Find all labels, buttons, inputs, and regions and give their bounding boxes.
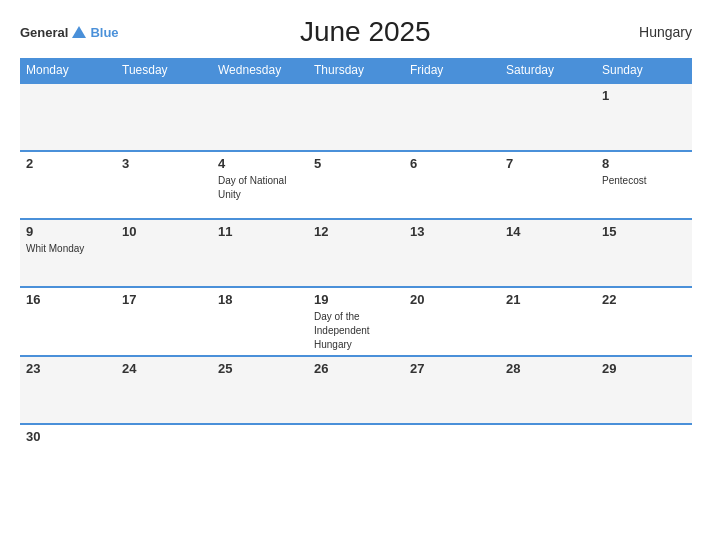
calendar-cell xyxy=(116,424,212,492)
day-number: 20 xyxy=(410,292,494,307)
weekday-saturday: Saturday xyxy=(500,58,596,83)
day-number: 27 xyxy=(410,361,494,376)
calendar-row: 30 xyxy=(20,424,692,492)
calendar-cell: 10 xyxy=(116,219,212,287)
calendar-cell: 7 xyxy=(500,151,596,219)
weekday-sunday: Sunday xyxy=(596,58,692,83)
day-number: 15 xyxy=(602,224,686,239)
calendar-cell: 12 xyxy=(308,219,404,287)
calendar-cell: 9Whit Monday xyxy=(20,219,116,287)
day-number: 13 xyxy=(410,224,494,239)
calendar-cell xyxy=(308,83,404,151)
day-number: 16 xyxy=(26,292,110,307)
logo-triangle-icon xyxy=(72,26,86,38)
weekday-tuesday: Tuesday xyxy=(116,58,212,83)
calendar-row: 9Whit Monday101112131415 xyxy=(20,219,692,287)
day-number: 21 xyxy=(506,292,590,307)
day-number: 23 xyxy=(26,361,110,376)
weekday-wednesday: Wednesday xyxy=(212,58,308,83)
calendar-cell xyxy=(500,83,596,151)
day-event: Day of National Unity xyxy=(218,175,286,200)
calendar-cell: 14 xyxy=(500,219,596,287)
calendar-cell: 18 xyxy=(212,287,308,356)
calendar-cell xyxy=(404,424,500,492)
day-number: 28 xyxy=(506,361,590,376)
day-number: 19 xyxy=(314,292,398,307)
calendar-cell: 5 xyxy=(308,151,404,219)
logo-blue-text: Blue xyxy=(90,25,118,40)
day-number: 22 xyxy=(602,292,686,307)
day-number: 18 xyxy=(218,292,302,307)
day-number: 8 xyxy=(602,156,686,171)
day-number: 14 xyxy=(506,224,590,239)
day-event: Pentecost xyxy=(602,175,646,186)
day-number: 10 xyxy=(122,224,206,239)
calendar-cell: 23 xyxy=(20,356,116,424)
calendar-cell: 24 xyxy=(116,356,212,424)
calendar-cell: 3 xyxy=(116,151,212,219)
day-number: 12 xyxy=(314,224,398,239)
calendar-body: 1234Day of National Unity5678Pentecost9W… xyxy=(20,83,692,492)
logo-general-text: General xyxy=(20,25,68,40)
day-number: 17 xyxy=(122,292,206,307)
calendar-row: 23242526272829 xyxy=(20,356,692,424)
calendar-cell xyxy=(212,83,308,151)
calendar-cell xyxy=(116,83,212,151)
calendar-table: Monday Tuesday Wednesday Thursday Friday… xyxy=(20,58,692,492)
day-number: 5 xyxy=(314,156,398,171)
calendar-row: 16171819Day of the Independent Hungary20… xyxy=(20,287,692,356)
calendar-cell: 26 xyxy=(308,356,404,424)
calendar-cell xyxy=(308,424,404,492)
calendar-cell xyxy=(20,83,116,151)
day-number: 29 xyxy=(602,361,686,376)
calendar-cell: 17 xyxy=(116,287,212,356)
calendar-cell: 16 xyxy=(20,287,116,356)
calendar-cell: 25 xyxy=(212,356,308,424)
weekday-friday: Friday xyxy=(404,58,500,83)
day-number: 9 xyxy=(26,224,110,239)
day-number: 6 xyxy=(410,156,494,171)
weekday-monday: Monday xyxy=(20,58,116,83)
weekday-header-row: Monday Tuesday Wednesday Thursday Friday… xyxy=(20,58,692,83)
calendar-cell: 21 xyxy=(500,287,596,356)
day-event: Whit Monday xyxy=(26,243,84,254)
calendar-row: 234Day of National Unity5678Pentecost xyxy=(20,151,692,219)
day-number: 24 xyxy=(122,361,206,376)
calendar-cell xyxy=(212,424,308,492)
weekday-thursday: Thursday xyxy=(308,58,404,83)
page: General Blue June 2025 Hungary Monday Tu… xyxy=(0,0,712,550)
calendar-cell: 15 xyxy=(596,219,692,287)
calendar-cell xyxy=(404,83,500,151)
country-label: Hungary xyxy=(612,24,692,40)
day-number: 4 xyxy=(218,156,302,171)
calendar-cell: 11 xyxy=(212,219,308,287)
day-number: 1 xyxy=(602,88,686,103)
calendar-cell: 13 xyxy=(404,219,500,287)
calendar-cell: 1 xyxy=(596,83,692,151)
day-number: 7 xyxy=(506,156,590,171)
calendar-cell: 20 xyxy=(404,287,500,356)
calendar-header: Monday Tuesday Wednesday Thursday Friday… xyxy=(20,58,692,83)
calendar-cell: 2 xyxy=(20,151,116,219)
calendar-cell xyxy=(596,424,692,492)
day-number: 26 xyxy=(314,361,398,376)
calendar-cell: 22 xyxy=(596,287,692,356)
calendar-cell xyxy=(500,424,596,492)
calendar-title: June 2025 xyxy=(119,16,612,48)
day-number: 2 xyxy=(26,156,110,171)
day-event: Day of the Independent Hungary xyxy=(314,311,370,350)
day-number: 11 xyxy=(218,224,302,239)
day-number: 25 xyxy=(218,361,302,376)
calendar-cell: 8Pentecost xyxy=(596,151,692,219)
calendar-row: 1 xyxy=(20,83,692,151)
calendar-cell: 27 xyxy=(404,356,500,424)
logo: General Blue xyxy=(20,25,119,40)
header: General Blue June 2025 Hungary xyxy=(20,16,692,48)
calendar-cell: 19Day of the Independent Hungary xyxy=(308,287,404,356)
calendar-cell: 4Day of National Unity xyxy=(212,151,308,219)
day-number: 30 xyxy=(26,429,110,444)
calendar-cell: 30 xyxy=(20,424,116,492)
calendar-cell: 29 xyxy=(596,356,692,424)
day-number: 3 xyxy=(122,156,206,171)
calendar-cell: 6 xyxy=(404,151,500,219)
